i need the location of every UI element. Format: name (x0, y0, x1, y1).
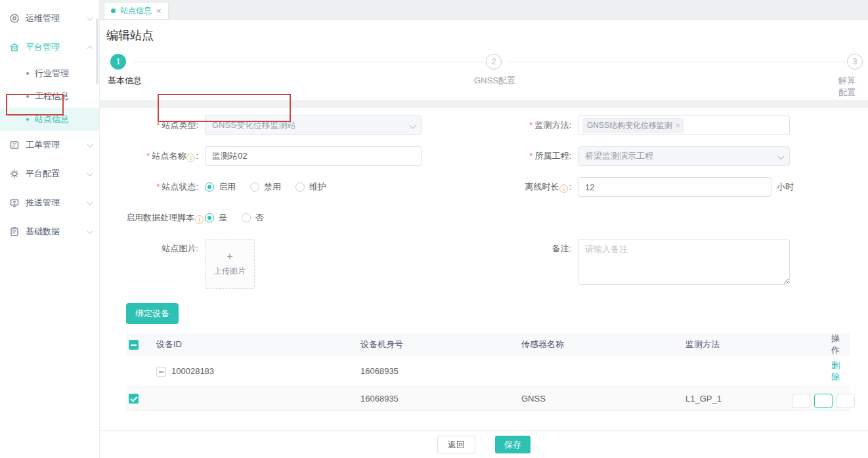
step-line (133, 62, 485, 62)
bind-device-button[interactable]: 绑定设备 (126, 303, 179, 324)
sidebar-subitem-project[interactable]: 工程信息 (0, 85, 99, 108)
app-root: 运维管理 平台管理 行业管理 工程信息 站点信息 工单管理 (0, 0, 868, 458)
upload-image-button[interactable]: + 上传图片 (205, 239, 255, 289)
station-status-radiogroup: 启用 禁用 维护 (205, 177, 326, 197)
chevron-down-icon (87, 170, 93, 176)
form-area: *站点类型: GNSS变化位移监测站 *监测方法: GNSS结构变化位移监测 × (100, 108, 868, 430)
chevron-down-icon (87, 199, 93, 205)
header-section: 编辑站点 1 2 3 基本信息 GNSS配置 解算配置 (100, 20, 868, 100)
select-all-checkbox[interactable] (129, 340, 139, 350)
clipboard-icon (9, 226, 20, 237)
delete-link[interactable]: 删除 (831, 360, 840, 382)
sidebar-item-label: 运维管理 (26, 12, 87, 24)
script-enabled-radiogroup: 是 否 (205, 208, 264, 228)
station-status-label: *站点状态: (126, 177, 205, 197)
radio-enabled[interactable]: 启用 (205, 181, 236, 193)
offline-duration-label: 离线时长i: (499, 177, 578, 197)
col-sensor: 传感器名称 (519, 333, 683, 356)
sidebar-subitem-label: 站点信息 (35, 114, 69, 125)
chevron-down-icon (87, 228, 93, 234)
radio-no[interactable]: 否 (242, 212, 264, 224)
sidebar-item-ops[interactable]: 运维管理 (0, 4, 99, 33)
main-area: 站点信息 × 编辑站点 1 2 3 基本信息 GNSS配置 解算配置 (100, 0, 868, 458)
push-icon (9, 198, 20, 208)
remark-textarea[interactable] (578, 239, 790, 285)
tag-close-icon[interactable]: × (676, 121, 680, 129)
project-label: *所属工程: (499, 146, 578, 166)
sidebar-subitem-label: 工程信息 (35, 91, 69, 102)
sidebar-subitem-station[interactable]: 站点信息 (0, 108, 99, 131)
radio-maintenance[interactable]: 维护 (295, 181, 326, 193)
sidebar-item-label: 工单管理 (26, 139, 87, 151)
sidebar-subitem-industry[interactable]: 行业管理 (0, 62, 99, 85)
station-name-input[interactable] (205, 146, 422, 166)
stepper: 1 2 3 基本信息 GNSS配置 解算配置 (105, 54, 863, 91)
chevron-up-icon (87, 45, 93, 51)
radio-yes[interactable]: 是 (205, 212, 227, 224)
sidebar-item-platform[interactable]: 平台管理 (0, 33, 99, 62)
info-icon: i (186, 154, 195, 162)
sensor-cell: GNSS (519, 386, 683, 410)
tab-active-dot-icon (111, 9, 116, 13)
sidebar: 运维管理 平台管理 行业管理 工程信息 站点信息 工单管理 (0, 0, 100, 458)
radio-icon (205, 213, 214, 222)
col-method: 监测方法 (683, 333, 829, 356)
row-checkbox[interactable] (129, 394, 139, 404)
offline-duration-input[interactable] (578, 177, 771, 197)
bullet-icon (26, 118, 29, 121)
tab-close-icon[interactable]: × (156, 7, 162, 15)
pagination-prev-button[interactable] (792, 394, 810, 408)
device-id-cell: 100028183 (171, 366, 214, 376)
sidebar-subitem-label: 行业管理 (35, 68, 69, 79)
page-title: 编辑站点 (105, 28, 863, 43)
device-id-cell (154, 386, 358, 410)
offline-duration-unit: 小时 (777, 177, 794, 197)
sidebar-item-push[interactable]: 推送管理 (0, 188, 99, 217)
sidebar-item-label: 平台配置 (26, 168, 87, 180)
remark-label: 备注: (499, 239, 578, 289)
gear-ring-icon (9, 13, 20, 24)
sidebar-item-config[interactable]: 平台配置 (0, 159, 99, 188)
sensor-cell (519, 356, 683, 386)
radio-icon (242, 213, 251, 222)
pagination-page-button[interactable] (814, 394, 833, 408)
radio-disabled[interactable]: 禁用 (250, 181, 281, 193)
sidebar-item-label: 平台管理 (26, 41, 87, 53)
step-3-circle: 3 (847, 54, 863, 70)
tab-station-info[interactable]: 站点信息 × (104, 2, 169, 19)
sidebar-item-basedata[interactable]: 基础数据 (0, 217, 99, 246)
sidebar-scrollbar[interactable] (96, 18, 98, 84)
tab-bar: 站点信息 × (100, 0, 868, 20)
collapse-row-icon[interactable] (156, 367, 166, 377)
bullet-icon (26, 72, 29, 75)
sidebar-item-workorder[interactable]: 工单管理 (0, 131, 99, 159)
chevron-down-icon (778, 154, 785, 160)
chevron-down-icon (87, 141, 93, 147)
step-line (508, 62, 846, 62)
footer-bar: 返回 保存 (100, 430, 868, 458)
table-row: 16068935 GNSS L1_GP_1 (126, 386, 850, 410)
method-cell (683, 356, 829, 386)
station-type-select[interactable]: GNSS变化位移监测站 (205, 115, 422, 135)
monitor-method-label: *监测方法: (499, 115, 578, 135)
table-header-row: 设备ID 设备机身号 传感器名称 监测方法 操作 (126, 333, 850, 356)
radio-icon (250, 182, 259, 192)
plus-icon: + (227, 251, 233, 262)
col-action: 操作 (829, 333, 850, 356)
project-select[interactable]: 桥梁监测演示工程 (578, 146, 790, 166)
step-2-label: GNSS配置 (474, 75, 515, 87)
tab-label: 站点信息 (120, 5, 152, 16)
pagination (792, 394, 855, 408)
monitor-method-input[interactable]: GNSS结构变化位移监测 × (578, 115, 790, 135)
serial-cell: 16068935 (358, 356, 519, 386)
sidebar-item-label: 推送管理 (26, 197, 87, 209)
pagination-next-button[interactable] (836, 394, 855, 408)
back-button[interactable]: 返回 (437, 436, 475, 453)
script-enabled-label: 启用数据处理脚本i: (126, 208, 205, 228)
step-1-label: 基本信息 (108, 75, 142, 87)
col-serial: 设备机身号 (358, 333, 519, 356)
col-device-id: 设备ID (154, 333, 358, 356)
section-divider (100, 100, 868, 108)
info-icon: i (195, 215, 204, 224)
save-button[interactable]: 保存 (495, 436, 531, 453)
